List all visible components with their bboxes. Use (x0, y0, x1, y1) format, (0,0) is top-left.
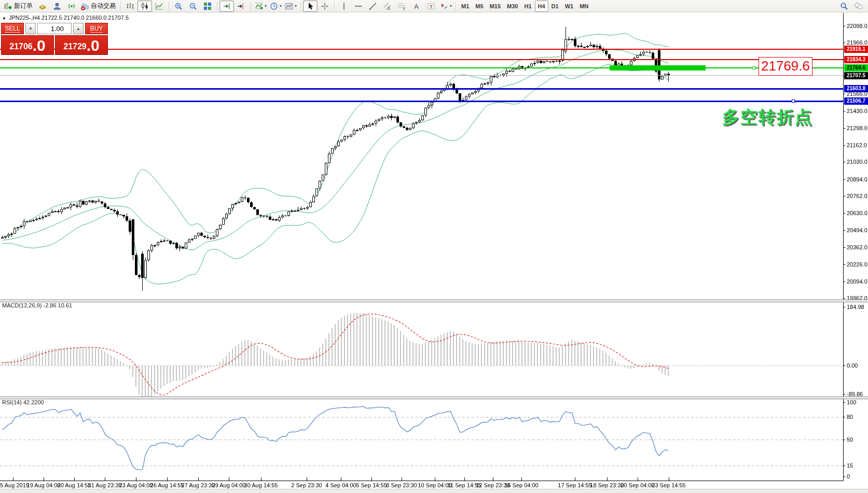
price-level-line[interactable] (0, 88, 843, 90)
pane-separator[interactable] (0, 300, 868, 302)
templates-button[interactable]: ▾ (283, 1, 298, 12)
rsi-axis-label: 100 (847, 399, 856, 405)
pane-separator[interactable] (0, 397, 868, 399)
horizontal-line-button[interactable] (351, 1, 366, 12)
time-axis-label: 5 Sep 14:55 (356, 482, 387, 488)
status-strip (0, 489, 868, 493)
book-button[interactable] (35, 1, 50, 12)
price-axis-tick (843, 213, 845, 214)
price-level-line[interactable] (0, 59, 843, 60)
text-label-button[interactable]: T (424, 1, 438, 12)
new-order-button[interactable]: 新订单 (2, 1, 35, 12)
tile-windows-button[interactable] (200, 1, 215, 12)
price-level-line[interactable] (0, 101, 843, 102)
timeframe-m15-button[interactable]: M15 (487, 1, 504, 12)
price-axis-tick (843, 298, 845, 299)
rsi-axis-tick (843, 402, 845, 403)
sell-button[interactable]: SELL (1, 23, 24, 34)
crosshair-icon (321, 2, 329, 10)
price-axis-tick (843, 230, 845, 231)
auto-trading-label: 自动交易 (90, 2, 117, 10)
price-callout-label[interactable]: 21769.6 (759, 57, 812, 76)
time-axis-tick (44, 477, 44, 481)
auto-scroll-button[interactable] (219, 1, 234, 12)
timeframe-d1-button[interactable]: D1 (548, 1, 562, 12)
volume-increase-button[interactable]: ▴ (73, 23, 84, 34)
time-axis-tick (371, 477, 372, 481)
line-drag-handle[interactable] (752, 66, 755, 69)
timeframe-m1-button[interactable]: M1 (458, 1, 472, 12)
signal-button[interactable] (64, 1, 79, 12)
bar-chart-button[interactable] (123, 1, 137, 12)
symbol-collapse-icon[interactable]: ▲ (2, 16, 6, 20)
time-axis-tick (307, 477, 307, 481)
time-axis-tick (669, 477, 669, 481)
zoom-in-button[interactable] (171, 1, 186, 12)
cursor-button[interactable] (303, 1, 318, 12)
text-button[interactable]: A (409, 1, 424, 12)
vertical-line-button[interactable] (337, 1, 351, 12)
price-axis-line (843, 13, 844, 481)
chat-button[interactable] (851, 1, 866, 12)
auto-trading-button[interactable]: 自动交易 (79, 1, 118, 12)
candlestick-chart-button[interactable] (137, 1, 152, 12)
time-axis-tick (136, 477, 136, 481)
timeframe-w1-button[interactable]: W1 (562, 1, 577, 12)
periods-button[interactable]: ▾ (268, 1, 283, 12)
buy-price-button[interactable]: 21729.0 (55, 35, 108, 55)
timeframe-m5-button[interactable]: M5 (472, 1, 486, 12)
chart-annotation-text[interactable]: 多空转折点 (722, 106, 813, 129)
toolbar: 新订单自动交易▾▾▾EFAT▾M1M5M15M30H1H4D1W1MN (0, 0, 868, 12)
line-chart-button[interactable] (152, 1, 167, 12)
time-axis-label: 10 Sep 04:00 (418, 482, 451, 488)
price-level-line[interactable] (0, 75, 843, 76)
price-axis-label: 21162.0 (847, 142, 867, 148)
profile-button[interactable] (50, 1, 64, 12)
price-axis-label: 20226.0 (847, 261, 867, 267)
trend-line-button[interactable] (366, 1, 380, 12)
crosshair-button[interactable] (318, 1, 332, 12)
indicators-button[interactable]: ▾ (253, 1, 268, 12)
symbol-header: ▲ JPN225-,H4 21722.5 21740.0 21660.0 217… (2, 15, 129, 21)
time-axis-label: 4 Sep 04:00 (325, 482, 356, 488)
fibonacci-button[interactable]: F (395, 1, 409, 12)
timeframe-m30-button[interactable]: M30 (504, 1, 521, 12)
chart-shift-button[interactable] (234, 1, 249, 12)
price-level-chip: 21915.1 (844, 46, 868, 53)
zoom-out-button[interactable] (186, 1, 200, 12)
triangle-up-icon: ▴ (77, 26, 80, 31)
volume-input[interactable]: 1.00 (37, 23, 72, 34)
price-level-line[interactable] (0, 49, 843, 50)
timeframe-mn-button[interactable]: MN (576, 1, 591, 12)
trendline-thick-segment[interactable] (610, 65, 706, 71)
auto-trading-icon (80, 2, 89, 10)
buy-button[interactable]: BUY (85, 23, 108, 34)
price-axis-label: 20762.0 (847, 193, 867, 199)
rsi-axis-tick (843, 466, 845, 466)
price-level-chip: 21603.8 (844, 85, 868, 92)
new-order-icon (4, 2, 12, 10)
indicators-icon (255, 2, 263, 10)
search-icon (840, 2, 848, 10)
line-drag-handle[interactable] (792, 100, 795, 103)
candlestick-chart-icon (141, 2, 149, 10)
templates-icon (285, 2, 293, 10)
time-axis-tick (229, 477, 229, 481)
search-button[interactable] (837, 1, 851, 12)
rsi-axis-label: 80 (847, 414, 853, 420)
price-chart-canvas[interactable] (0, 0, 868, 493)
arrows-button[interactable]: ▾ (438, 1, 453, 12)
horizontal-line-icon (354, 2, 363, 10)
price-axis-label: 21030.0 (847, 159, 867, 165)
price-level-line[interactable] (0, 67, 843, 68)
time-axis-label: 21 Aug 23:30 (88, 482, 122, 488)
zoom-out-icon (189, 2, 197, 10)
timeframe-h1-button[interactable]: H1 (521, 1, 534, 12)
sell-price-button[interactable]: 21706.0 (1, 35, 54, 55)
volume-decrease-button[interactable]: ▾ (25, 23, 36, 34)
timeframe-h4-button[interactable]: H4 (535, 1, 548, 12)
equidistant-channel-button[interactable]: E (380, 1, 395, 12)
text-icon: A (412, 2, 421, 10)
time-axis-tick (13, 477, 13, 481)
price-axis-tick (843, 94, 845, 94)
